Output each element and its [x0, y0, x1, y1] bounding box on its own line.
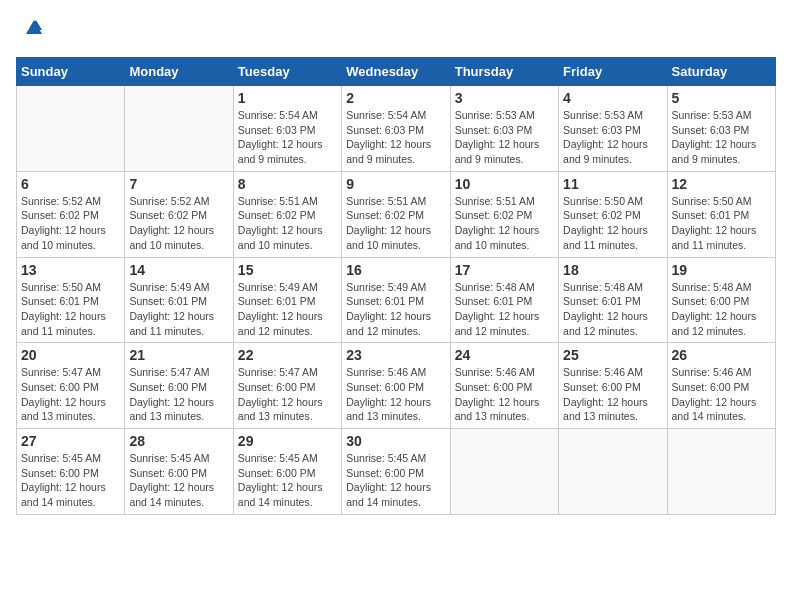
- day-info: Sunrise: 5:49 AM Sunset: 6:01 PM Dayligh…: [129, 280, 228, 339]
- day-info: Sunrise: 5:46 AM Sunset: 6:00 PM Dayligh…: [346, 365, 445, 424]
- calendar-day-cell: 1Sunrise: 5:54 AM Sunset: 6:03 PM Daylig…: [233, 86, 341, 172]
- day-info: Sunrise: 5:45 AM Sunset: 6:00 PM Dayligh…: [346, 451, 445, 510]
- weekday-header: Saturday: [667, 58, 775, 86]
- day-number: 7: [129, 176, 228, 192]
- day-info: Sunrise: 5:48 AM Sunset: 6:01 PM Dayligh…: [455, 280, 554, 339]
- day-number: 21: [129, 347, 228, 363]
- calendar-day-cell: 20Sunrise: 5:47 AM Sunset: 6:00 PM Dayli…: [17, 343, 125, 429]
- day-info: Sunrise: 5:50 AM Sunset: 6:02 PM Dayligh…: [563, 194, 662, 253]
- day-info: Sunrise: 5:52 AM Sunset: 6:02 PM Dayligh…: [21, 194, 120, 253]
- calendar-day-cell: 19Sunrise: 5:48 AM Sunset: 6:00 PM Dayli…: [667, 257, 775, 343]
- calendar-day-cell: 18Sunrise: 5:48 AM Sunset: 6:01 PM Dayli…: [559, 257, 667, 343]
- day-number: 26: [672, 347, 771, 363]
- calendar-week-row: 1Sunrise: 5:54 AM Sunset: 6:03 PM Daylig…: [17, 86, 776, 172]
- calendar-day-cell: [450, 429, 558, 515]
- calendar-day-cell: 4Sunrise: 5:53 AM Sunset: 6:03 PM Daylig…: [559, 86, 667, 172]
- calendar-day-cell: 29Sunrise: 5:45 AM Sunset: 6:00 PM Dayli…: [233, 429, 341, 515]
- day-info: Sunrise: 5:46 AM Sunset: 6:00 PM Dayligh…: [563, 365, 662, 424]
- day-number: 6: [21, 176, 120, 192]
- day-number: 24: [455, 347, 554, 363]
- logo: [16, 16, 46, 45]
- calendar-day-cell: 26Sunrise: 5:46 AM Sunset: 6:00 PM Dayli…: [667, 343, 775, 429]
- day-number: 8: [238, 176, 337, 192]
- day-number: 19: [672, 262, 771, 278]
- day-number: 18: [563, 262, 662, 278]
- day-info: Sunrise: 5:53 AM Sunset: 6:03 PM Dayligh…: [563, 108, 662, 167]
- day-number: 13: [21, 262, 120, 278]
- calendar-day-cell: 11Sunrise: 5:50 AM Sunset: 6:02 PM Dayli…: [559, 171, 667, 257]
- day-info: Sunrise: 5:54 AM Sunset: 6:03 PM Dayligh…: [346, 108, 445, 167]
- day-number: 28: [129, 433, 228, 449]
- weekday-header: Friday: [559, 58, 667, 86]
- day-number: 20: [21, 347, 120, 363]
- day-number: 15: [238, 262, 337, 278]
- calendar-day-cell: 24Sunrise: 5:46 AM Sunset: 6:00 PM Dayli…: [450, 343, 558, 429]
- calendar-day-cell: 14Sunrise: 5:49 AM Sunset: 6:01 PM Dayli…: [125, 257, 233, 343]
- calendar-day-cell: 9Sunrise: 5:51 AM Sunset: 6:02 PM Daylig…: [342, 171, 450, 257]
- day-info: Sunrise: 5:49 AM Sunset: 6:01 PM Dayligh…: [238, 280, 337, 339]
- day-info: Sunrise: 5:48 AM Sunset: 6:01 PM Dayligh…: [563, 280, 662, 339]
- calendar-day-cell: 27Sunrise: 5:45 AM Sunset: 6:00 PM Dayli…: [17, 429, 125, 515]
- calendar-day-cell: 15Sunrise: 5:49 AM Sunset: 6:01 PM Dayli…: [233, 257, 341, 343]
- day-info: Sunrise: 5:47 AM Sunset: 6:00 PM Dayligh…: [238, 365, 337, 424]
- calendar-day-cell: 21Sunrise: 5:47 AM Sunset: 6:00 PM Dayli…: [125, 343, 233, 429]
- day-info: Sunrise: 5:54 AM Sunset: 6:03 PM Dayligh…: [238, 108, 337, 167]
- weekday-header: Tuesday: [233, 58, 341, 86]
- day-info: Sunrise: 5:51 AM Sunset: 6:02 PM Dayligh…: [346, 194, 445, 253]
- weekday-header: Wednesday: [342, 58, 450, 86]
- page-header: [16, 16, 776, 45]
- day-number: 9: [346, 176, 445, 192]
- day-info: Sunrise: 5:50 AM Sunset: 6:01 PM Dayligh…: [21, 280, 120, 339]
- day-info: Sunrise: 5:47 AM Sunset: 6:00 PM Dayligh…: [129, 365, 228, 424]
- calendar-week-row: 27Sunrise: 5:45 AM Sunset: 6:00 PM Dayli…: [17, 429, 776, 515]
- day-number: 29: [238, 433, 337, 449]
- calendar-day-cell: 2Sunrise: 5:54 AM Sunset: 6:03 PM Daylig…: [342, 86, 450, 172]
- calendar-week-row: 13Sunrise: 5:50 AM Sunset: 6:01 PM Dayli…: [17, 257, 776, 343]
- calendar-day-cell: 17Sunrise: 5:48 AM Sunset: 6:01 PM Dayli…: [450, 257, 558, 343]
- calendar-day-cell: 7Sunrise: 5:52 AM Sunset: 6:02 PM Daylig…: [125, 171, 233, 257]
- day-number: 27: [21, 433, 120, 449]
- day-info: Sunrise: 5:53 AM Sunset: 6:03 PM Dayligh…: [672, 108, 771, 167]
- day-number: 2: [346, 90, 445, 106]
- calendar-day-cell: 16Sunrise: 5:49 AM Sunset: 6:01 PM Dayli…: [342, 257, 450, 343]
- calendar-day-cell: [667, 429, 775, 515]
- day-info: Sunrise: 5:53 AM Sunset: 6:03 PM Dayligh…: [455, 108, 554, 167]
- logo-icon: [22, 16, 46, 40]
- day-info: Sunrise: 5:45 AM Sunset: 6:00 PM Dayligh…: [238, 451, 337, 510]
- calendar-table: SundayMondayTuesdayWednesdayThursdayFrid…: [16, 57, 776, 515]
- calendar-week-row: 6Sunrise: 5:52 AM Sunset: 6:02 PM Daylig…: [17, 171, 776, 257]
- day-number: 10: [455, 176, 554, 192]
- day-number: 1: [238, 90, 337, 106]
- calendar-day-cell: 25Sunrise: 5:46 AM Sunset: 6:00 PM Dayli…: [559, 343, 667, 429]
- day-info: Sunrise: 5:45 AM Sunset: 6:00 PM Dayligh…: [21, 451, 120, 510]
- calendar-day-cell: 13Sunrise: 5:50 AM Sunset: 6:01 PM Dayli…: [17, 257, 125, 343]
- calendar-day-cell: 30Sunrise: 5:45 AM Sunset: 6:00 PM Dayli…: [342, 429, 450, 515]
- calendar-day-cell: 6Sunrise: 5:52 AM Sunset: 6:02 PM Daylig…: [17, 171, 125, 257]
- calendar-day-cell: 8Sunrise: 5:51 AM Sunset: 6:02 PM Daylig…: [233, 171, 341, 257]
- day-number: 16: [346, 262, 445, 278]
- calendar-day-cell: 12Sunrise: 5:50 AM Sunset: 6:01 PM Dayli…: [667, 171, 775, 257]
- day-info: Sunrise: 5:45 AM Sunset: 6:00 PM Dayligh…: [129, 451, 228, 510]
- weekday-header-row: SundayMondayTuesdayWednesdayThursdayFrid…: [17, 58, 776, 86]
- day-info: Sunrise: 5:46 AM Sunset: 6:00 PM Dayligh…: [455, 365, 554, 424]
- calendar-day-cell: [559, 429, 667, 515]
- calendar-day-cell: 23Sunrise: 5:46 AM Sunset: 6:00 PM Dayli…: [342, 343, 450, 429]
- day-number: 11: [563, 176, 662, 192]
- day-info: Sunrise: 5:46 AM Sunset: 6:00 PM Dayligh…: [672, 365, 771, 424]
- calendar-day-cell: 3Sunrise: 5:53 AM Sunset: 6:03 PM Daylig…: [450, 86, 558, 172]
- day-number: 22: [238, 347, 337, 363]
- day-number: 12: [672, 176, 771, 192]
- day-info: Sunrise: 5:51 AM Sunset: 6:02 PM Dayligh…: [455, 194, 554, 253]
- day-number: 4: [563, 90, 662, 106]
- calendar-day-cell: 28Sunrise: 5:45 AM Sunset: 6:00 PM Dayli…: [125, 429, 233, 515]
- weekday-header: Sunday: [17, 58, 125, 86]
- weekday-header: Monday: [125, 58, 233, 86]
- day-info: Sunrise: 5:51 AM Sunset: 6:02 PM Dayligh…: [238, 194, 337, 253]
- day-info: Sunrise: 5:50 AM Sunset: 6:01 PM Dayligh…: [672, 194, 771, 253]
- day-number: 17: [455, 262, 554, 278]
- day-info: Sunrise: 5:52 AM Sunset: 6:02 PM Dayligh…: [129, 194, 228, 253]
- day-number: 30: [346, 433, 445, 449]
- day-number: 23: [346, 347, 445, 363]
- day-info: Sunrise: 5:49 AM Sunset: 6:01 PM Dayligh…: [346, 280, 445, 339]
- calendar-day-cell: 5Sunrise: 5:53 AM Sunset: 6:03 PM Daylig…: [667, 86, 775, 172]
